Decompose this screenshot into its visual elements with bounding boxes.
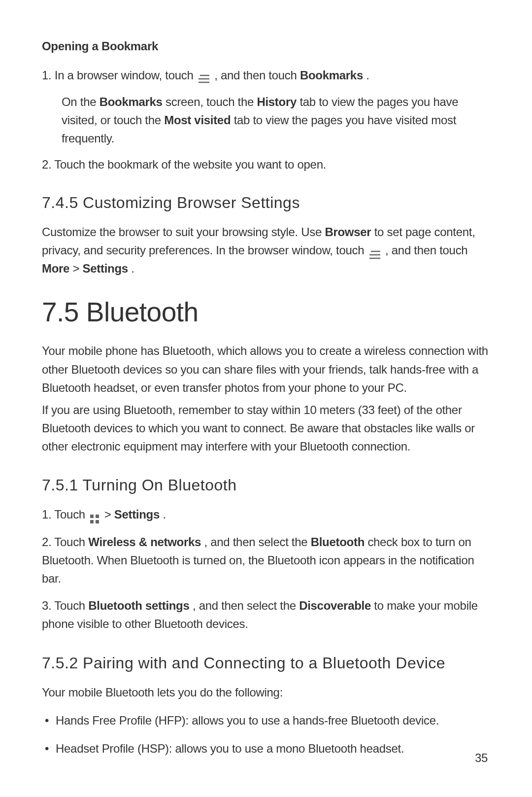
- indent-bold3: Most visited: [164, 113, 231, 127]
- step1-bold: Settings: [114, 508, 160, 521]
- section-opening-bookmark: Opening a Bookmark 1. In a browser windo…: [42, 39, 490, 173]
- opening-bookmark-step1: 1. In a browser window, touch , and then…: [42, 67, 490, 84]
- menu-icon: [369, 246, 380, 255]
- para-mid2: , and then touch: [385, 243, 467, 257]
- section-pairing: 7.5.2 Pairing with and Connecting to a B…: [42, 654, 490, 758]
- step2-mid1: , and then select the: [204, 535, 310, 549]
- step2-prefix: 2. Touch: [42, 535, 88, 549]
- step1-end: .: [366, 69, 369, 82]
- svg-rect-8: [90, 520, 94, 523]
- para-prefix: Customize the browser to suit your brows…: [42, 225, 325, 239]
- indent-bold2: History: [257, 95, 297, 108]
- step1-end: .: [163, 508, 166, 521]
- app-grid-icon: [90, 510, 99, 519]
- step1-prefix: 1. Touch: [42, 508, 88, 521]
- opening-bookmark-step2: 2. Touch the bookmark of the website you…: [42, 156, 490, 173]
- svg-rect-7: [96, 515, 99, 518]
- step3-mid1: , and then select the: [193, 599, 299, 612]
- turning-on-title: 7.5.1 Turning On Bluetooth: [42, 476, 490, 494]
- section-customizing: 7.4.5 Customizing Browser Settings Custo…: [42, 194, 490, 278]
- indent-mid1: screen, touch the: [166, 95, 257, 108]
- step1-prefix: 1. In a browser window, touch: [42, 69, 197, 82]
- step1-mid: >: [104, 508, 114, 521]
- page-number: 35: [475, 751, 488, 765]
- menu-icon: [199, 71, 209, 80]
- turning-on-step3: 3. Touch Bluetooth settings , and then s…: [42, 596, 490, 633]
- para-bold1: Browser: [325, 225, 371, 239]
- turning-on-step1: 1. Touch > Settings .: [42, 505, 490, 523]
- para-gt: >: [73, 262, 83, 275]
- para-bold2: More: [42, 262, 69, 275]
- step2-bold1: Wireless & networks: [88, 535, 201, 549]
- bluetooth-para2: If you are using Bluetooth, remember to …: [42, 401, 490, 456]
- step3-bold2: Discoverable: [299, 599, 371, 612]
- pairing-bullet1: Hands Free Profile (HFP): allows you to …: [42, 711, 490, 729]
- pairing-bullet2: Headset Profile (HSP): allows you to use…: [42, 739, 490, 758]
- step1-bold: Bookmarks: [300, 69, 363, 82]
- step1-mid: , and then touch: [214, 69, 300, 82]
- bluetooth-title: 7.5 Bluetooth: [42, 296, 490, 328]
- indent-prefix: On the: [62, 95, 100, 108]
- pairing-intro: Your mobile Bluetooth lets you do the fo…: [42, 683, 490, 701]
- bluetooth-para1: Your mobile phone has Bluetooth, which a…: [42, 342, 490, 397]
- section-bluetooth: 7.5 Bluetooth Your mobile phone has Blue…: [42, 296, 490, 455]
- step3-prefix: 3. Touch: [42, 599, 88, 612]
- turning-on-step2: 2. Touch Wireless & networks , and then …: [42, 533, 490, 588]
- step2-bold2: Bluetooth: [311, 535, 365, 549]
- para-end: .: [131, 262, 134, 275]
- customizing-para: Customize the browser to suit your brows…: [42, 223, 490, 278]
- pairing-title: 7.5.2 Pairing with and Connecting to a B…: [42, 654, 490, 672]
- opening-bookmark-title: Opening a Bookmark: [42, 39, 490, 53]
- para-bold3: Settings: [83, 262, 128, 275]
- svg-rect-9: [96, 520, 99, 523]
- indent-bold1: Bookmarks: [100, 95, 163, 108]
- section-turning-on: 7.5.1 Turning On Bluetooth 1. Touch > Se…: [42, 476, 490, 633]
- svg-rect-6: [90, 515, 94, 518]
- opening-bookmark-indent: On the Bookmarks screen, touch the Histo…: [62, 93, 490, 148]
- customizing-title: 7.4.5 Customizing Browser Settings: [42, 194, 490, 212]
- step3-bold1: Bluetooth settings: [88, 599, 189, 612]
